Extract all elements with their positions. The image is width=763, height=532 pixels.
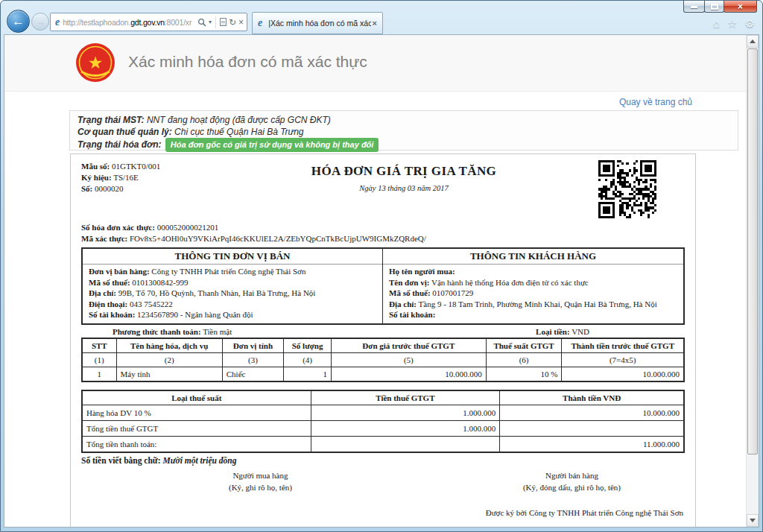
invoice-status-badge: Hóa đơn gốc có giá trị sử dụng và không … (165, 138, 379, 152)
address-bar[interactable]: e http://testlaphoadon.gdt.gov.vn:8001/x… (50, 13, 247, 31)
tab-close-icon[interactable]: × (371, 19, 379, 28)
autocomplete-dropdown-icon[interactable]: ▾ (209, 19, 212, 25)
scrollbar-thumb[interactable] (747, 48, 758, 455)
home-page-link[interactable]: Quay về trang chủ (619, 97, 692, 107)
status-line-invoice: Trạng thái hóa đơn: Hóa đơn gốc có giá t… (77, 138, 730, 152)
invoice-document: Mẫu số: 01GTKT0/001 Ký hiệu: TS/16E Số: … (70, 153, 696, 528)
amount-in-words: Số tiền viết bằng chữ: Mười một triệu đồ… (81, 456, 685, 465)
home-icon[interactable]: ⌂ (713, 18, 720, 29)
ie-logo-icon: e (55, 17, 60, 28)
window-controls: × (684, 1, 757, 13)
site-header: ★ Xác minh hóa đơn có mã xác thực (4, 35, 746, 92)
auth-code: Mã xác thực: FOv8x5+4OHl0uY9VKiArPqI46cK… (81, 233, 685, 244)
items-header-row: STTTên hàng hóa, dịch vụĐơn vị tínhSố lư… (82, 338, 684, 353)
buyer-heading: THÔNG TIN KHÁCH HÀNG (383, 249, 683, 265)
maximize-icon (711, 4, 718, 10)
items-index-row: (1)(2)(3)(4)(5)(6)(7=4x5) (82, 352, 684, 367)
qr-code (598, 159, 656, 219)
browser-tab[interactable]: e |Xác minh hóa đơn có mã xác... × (252, 12, 383, 34)
forward-button[interactable]: → (31, 13, 49, 31)
seller-signature-block: Người bán hàng (Ký, đóng dấu, ghi rõ họ,… (523, 469, 621, 493)
line-items-table: STTTên hàng hóa, dịch vụĐơn vị tínhSố lư… (81, 338, 685, 382)
refresh-icon[interactable]: ↻ (229, 18, 236, 27)
close-icon: × (738, 2, 743, 11)
tax-total-row: Tổng tiền thanh toán:11.000.000 (82, 436, 684, 452)
item-row: 1Máy tínhChiếc110.000.00010 %10.000.000 (82, 367, 684, 381)
buyer-row: Số tài khoản: (389, 309, 677, 320)
currency: Loại tiền: VND (536, 327, 589, 336)
seller-row: Địa chỉ: 99B, Tổ 70, Hồ Quỳnh, Thanh Nhà… (89, 288, 376, 299)
vertical-scrollbar[interactable] (746, 35, 759, 527)
invoice-meta: Mẫu số: 01GTKT0/001 Ký hiệu: TS/16E Số: … (81, 158, 209, 221)
invoice-title: HÓA ĐƠN GIÁ TRỊ GIA TĂNG (209, 164, 598, 179)
tax-row: Hàng hóa DV 10 %1.000.00010.000.000 (82, 405, 684, 420)
buyer-row: Địa chỉ: Tầng 9 - 18 Tam Trinh, Phường M… (389, 299, 677, 310)
minimize-icon (691, 6, 697, 8)
buyer-row: Tên đơn vị: Vận hành hệ thống Hóa đơn đi… (389, 277, 677, 288)
forward-arrow-icon: → (36, 16, 45, 28)
tab-favicon-icon: e (258, 18, 262, 28)
tax-summary-table: Loại thuế suấtTiền thuế GTGTThành tiền V… (81, 390, 685, 453)
status-line-mst: Trạng thái MST: NNT đang hoạt động (đã đ… (77, 114, 730, 126)
back-button[interactable]: ← (7, 10, 30, 33)
status-line-agency: Cơ quan thuế quản lý: Chi cục thuế Quận … (77, 126, 730, 138)
verification-status-box: Trạng thái MST: NNT đang hoạt động (đã đ… (69, 110, 738, 151)
digital-signature-note: Được ký bởi Công ty TNHH Phát triển Công… (81, 508, 685, 517)
seller-row: Đơn vị bán hàng: Công ty TNHH Phát triển… (89, 266, 376, 277)
svg-text:★: ★ (88, 53, 104, 72)
tab-title: |Xác minh hóa đơn có mã xác... (268, 19, 370, 28)
footer-notes: (Cần kiểm tra, đối chiếu khi lập, giao, … (81, 525, 685, 528)
seller-row: Số tài khoản: 1234567890 - Ngân hàng Quâ… (89, 309, 376, 320)
divider (215, 16, 216, 28)
buyer-row: Họ tên người mua: (389, 266, 677, 277)
payment-method: Phương thức thanh toán: Tiền mặt (113, 327, 232, 336)
tax-row: Tổng tiền thuế GTGT1.000.000 (82, 420, 684, 436)
seller-info-panel: THÔNG TIN ĐƠN VỊ BÁN Đơn vị bán hàng: Cô… (83, 249, 383, 323)
scroll-down-button[interactable] (747, 514, 759, 527)
invoice-date: Ngày 13 tháng 03 năm 2017 (209, 184, 598, 192)
settings-gear-icon[interactable]: ⚙ (745, 18, 755, 29)
tax-header-row: Loại thuế suấtTiền thuế GTGTThành tiền V… (82, 390, 684, 405)
seller-row: Điện thoại: 043 7545222 (89, 299, 376, 310)
url-text[interactable]: http://testlaphoadon.gdt.gov.vn:8001/xr (63, 18, 197, 27)
tax-department-emblem: ★ (75, 42, 115, 83)
back-arrow-icon: ← (12, 14, 25, 29)
buyer-row: Mã số thuế: 0107001729 (389, 288, 677, 299)
minimize-button[interactable] (683, 1, 705, 13)
browser-window: × → ← e http://testlaphoadon.gdt.gov.vn:… (0, 0, 763, 532)
page-viewport: ★ Xác minh hóa đơn có mã xác thực Quay v… (4, 34, 759, 528)
scroll-up-icon (750, 39, 756, 43)
compatibility-view-icon[interactable] (220, 18, 227, 26)
close-button[interactable]: × (724, 1, 757, 13)
page-title: Xác minh hóa đơn có mã xác thực (128, 53, 367, 71)
seller-row: Mã số thuế: 0101300842-999 (89, 277, 376, 288)
maximize-button[interactable] (704, 1, 724, 13)
favorites-star-icon[interactable]: ☆ (727, 18, 737, 29)
buyer-info-panel: THÔNG TIN KHÁCH HÀNG Họ tên người mua: T… (383, 249, 683, 323)
scroll-down-icon (750, 519, 756, 522)
scroll-up-button[interactable] (747, 35, 759, 48)
seller-heading: THÔNG TIN ĐƠN VỊ BÁN (83, 249, 382, 265)
stop-icon[interactable]: × (238, 18, 244, 27)
buyer-signature-block: Người mua hàng (Ký, ghi rõ họ, tên) (229, 469, 292, 493)
auth-invoice-number: Số hóa đơn xác thực: 000052000021201 (81, 222, 685, 233)
search-icon[interactable] (197, 18, 206, 27)
